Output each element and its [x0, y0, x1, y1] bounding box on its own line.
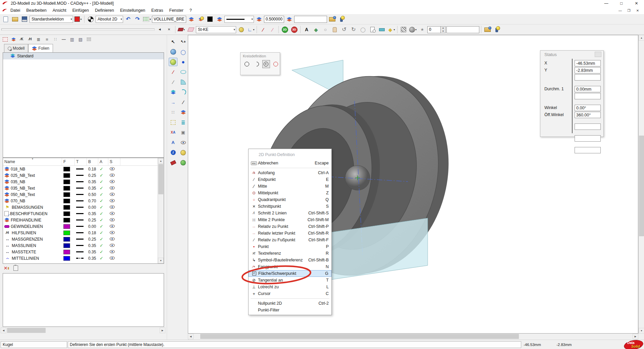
mdi-restore-button[interactable]: ❐ — [625, 8, 633, 13]
menu-item-relativ-zu-punkt[interactable]: ··Relativ zu PunktCtrl-Shift-P — [249, 223, 331, 230]
menu-item-punkt[interactable]: •PunktP — [249, 243, 331, 250]
status-panel-button[interactable] — [595, 52, 601, 57]
scrollbar-thumb[interactable] — [639, 136, 644, 236]
color-swatch[interactable] — [63, 237, 70, 242]
layers-copy-button[interactable] — [10, 36, 17, 43]
color-swatch[interactable] — [63, 167, 70, 171]
hint-bulb2-button[interactable] — [492, 25, 501, 34]
menu-item-relativ-zu-fu-punkt[interactable]: ∕Relativ zu FußpunktCtrl-Shift-F — [249, 237, 331, 243]
spin-down-icon[interactable]: ▼ — [441, 30, 445, 33]
scrollbar-thumb[interactable] — [7, 328, 46, 333]
scroll-up-icon[interactable]: ▲ — [158, 158, 164, 164]
arc-button[interactable] — [253, 60, 261, 68]
sphere-tool-button[interactable] — [169, 58, 177, 66]
pencil-k-button[interactable]: ∕K — [18, 36, 25, 43]
active-check-icon[interactable]: ✓ — [100, 217, 103, 222]
active-check-icon[interactable]: ✓ — [100, 243, 103, 248]
visibility-eye-icon[interactable] — [110, 186, 115, 191]
circle-button[interactable] — [243, 60, 251, 68]
active-check-icon[interactable]: ✓ — [100, 256, 103, 261]
zoom-globe-button[interactable] — [169, 48, 177, 56]
layer-apply2-button[interactable] — [215, 15, 224, 23]
depth-spinner[interactable]: ▲▼ — [427, 26, 446, 33]
selection-mode-combo[interactable]: Standardselektion▾ — [30, 16, 73, 23]
active-check-icon[interactable]: ✓ — [100, 186, 103, 191]
scroll-up-icon[interactable]: ▲ — [639, 35, 644, 41]
column-header-b[interactable]: B — [87, 158, 98, 165]
eraser-button[interactable]: ▾ — [177, 25, 186, 34]
menu-item-fl-che-schwerpunkt[interactable]: FFläche/SchwerpunktG — [249, 270, 331, 277]
layer-table-scrollbar[interactable]: ▲ ▼ — [158, 158, 164, 263]
pencil-dark-button[interactable]: ∕ — [179, 98, 187, 106]
import-folder-button[interactable] — [328, 15, 336, 23]
pencil-gray-button[interactable]: ∕ — [169, 78, 177, 86]
status-field-value[interactable]: 0.00° — [575, 105, 601, 111]
chevron-down-icon[interactable]: ▾ — [120, 17, 122, 21]
color-swatch[interactable] — [63, 205, 70, 210]
visibility-eye-icon[interactable] — [110, 243, 115, 248]
mode-3d-button[interactable]: 3D — [290, 25, 299, 34]
dropdown-arrow-icon[interactable]: ▾ — [80, 18, 82, 21]
delete-filter-button[interactable]: ✕▮ — [3, 264, 10, 272]
menu-ansicht[interactable]: Ansicht — [50, 7, 69, 13]
chevron-down-icon[interactable]: ▾ — [251, 17, 253, 21]
linetype-sample[interactable] — [76, 258, 84, 259]
box-button[interactable]: ▣ — [179, 128, 187, 137]
layer-row-massgrenzen[interactable]: ↔MASSGRENZEN0.25✓ — [3, 236, 164, 242]
visibility-eye-icon[interactable] — [110, 199, 115, 203]
linetype-sample[interactable] — [76, 251, 84, 252]
toolbar-scroll-left-button[interactable]: ◀ — [155, 25, 164, 34]
color-swatch[interactable] — [63, 211, 70, 216]
menu-item-textreferenz[interactable]: xtTextreferenzR — [249, 250, 331, 257]
active-check-icon[interactable]: ✓ — [100, 173, 103, 178]
status-field-value[interactable] — [575, 74, 601, 81]
select-cursor-button[interactable]: ↖ — [169, 38, 177, 46]
circle-pencil-button[interactable]: ◯ — [179, 48, 187, 56]
marker-button[interactable] — [237, 25, 246, 34]
column-header-t[interactable]: T — [75, 158, 87, 165]
active-check-icon[interactable]: ✓ — [100, 237, 103, 242]
hint-bulb-button[interactable] — [337, 15, 346, 23]
visibility-eye-icon[interactable] — [110, 218, 115, 222]
visibility-eye-icon[interactable] — [110, 173, 115, 178]
mdi-close-button[interactable]: ✕ — [633, 8, 642, 13]
status-field-value[interactable]: -2.83mm — [575, 67, 601, 73]
active-check-icon[interactable]: ✓ — [100, 249, 103, 254]
visibility-eye-icon[interactable] — [110, 180, 115, 184]
visibility-eye-icon[interactable] — [110, 250, 115, 254]
menu-item-lotrecht-zu[interactable]: ⊥Lotrecht zuL — [249, 284, 331, 290]
linetype-sample[interactable] — [76, 219, 84, 220]
dot-grid-button[interactable] — [85, 36, 93, 43]
dropdown-arrow-icon[interactable]: ▾ — [393, 28, 395, 31]
column-header-f[interactable]: F — [62, 158, 75, 165]
mode-2d-button[interactable]: 2D — [280, 25, 289, 34]
menu-item-endpunkt[interactable]: ∕EndpunktE — [249, 176, 331, 183]
fill-mode-button[interactable] — [86, 15, 95, 23]
tree-item-standard[interactable]: Standard — [3, 53, 164, 59]
status-field-value[interactable] — [575, 135, 601, 142]
menu-item-mitte-2-punkte[interactable]: |·|Mitte 2 PunkteCtrl-Shift-M — [249, 216, 331, 223]
new-file-button[interactable] — [1, 15, 10, 23]
a-arrow-button[interactable]: A — [169, 138, 177, 147]
disk-stack-button[interactable]: ≣ — [179, 118, 187, 127]
open-file-button[interactable] — [11, 15, 19, 23]
chevron-down-icon[interactable]: ▾ — [233, 28, 235, 31]
cube-tool-button[interactable]: ◆ — [312, 25, 320, 34]
linetype-sample[interactable] — [76, 232, 84, 233]
status-field-value[interactable] — [575, 123, 601, 130]
visibility-eye-icon[interactable] — [110, 167, 115, 171]
menu-datei[interactable]: Datei — [7, 7, 23, 13]
active-check-icon[interactable]: ✓ — [100, 166, 103, 171]
minimize-button[interactable]: — — [599, 0, 614, 7]
axis-tool-button[interactable]: ∟▾ — [246, 25, 255, 34]
layer-row-mittellinien[interactable]: -·-MITTELLINIEN0.35✓ — [3, 255, 164, 261]
color-swatch[interactable] — [63, 231, 70, 235]
linetype-name-input[interactable] — [152, 16, 186, 23]
layer-row-050_nb_text[interactable]: 050_NB_Text0.50✓ — [3, 191, 164, 198]
layer-row-bemassungen[interactable]: ⚑BEMASSUNGEN0.00✓ — [3, 204, 164, 210]
status-field-value[interactable] — [575, 147, 601, 153]
menu-definieren[interactable]: Definieren — [92, 7, 117, 13]
depth-spinner-input[interactable] — [427, 26, 441, 33]
visibility-eye-icon[interactable] — [110, 224, 115, 229]
layer-bulb-button[interactable] — [196, 15, 205, 23]
